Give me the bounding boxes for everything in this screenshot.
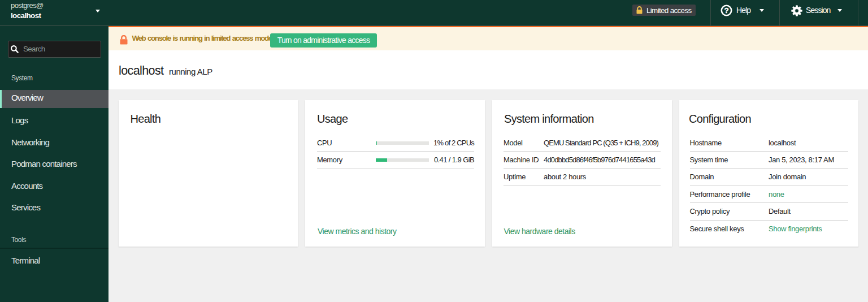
svg-text:?: ? bbox=[724, 6, 728, 15]
